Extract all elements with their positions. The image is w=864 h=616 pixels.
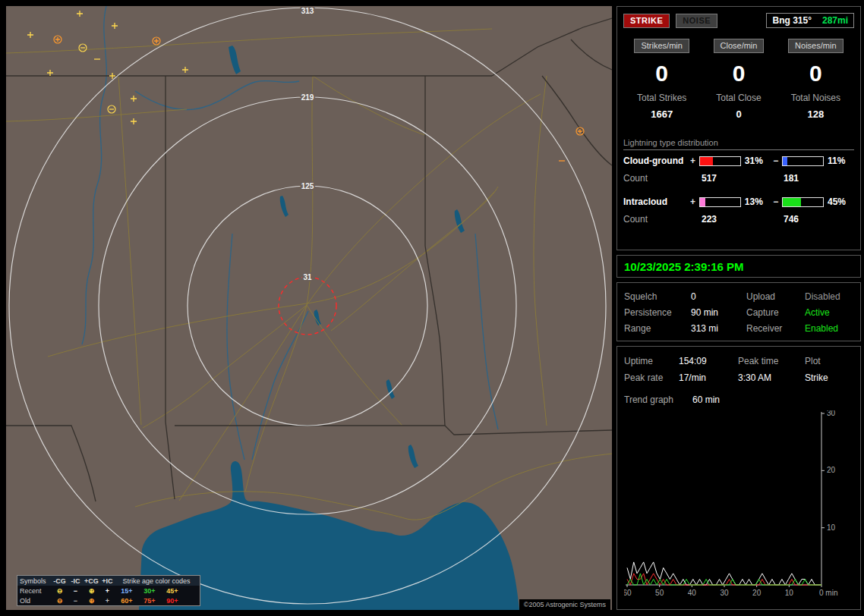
cloud-ground-row: Cloud-ground + 31% − 11%	[623, 152, 854, 170]
pos-ic-icon: +	[99, 587, 115, 595]
datetime-display: 10/23/2025 2:39:16 PM	[616, 255, 861, 278]
legend-col-neg-cg: -CG	[52, 577, 68, 585]
age-45: 45+	[161, 587, 184, 595]
peak-rate-value: 17/min	[679, 372, 738, 383]
noises-per-min-button[interactable]: Noises/min	[788, 39, 843, 53]
stats-grid: Uptime 154:09 Peak time Plot Peak rate 1…	[624, 353, 853, 386]
legend-col-pos-ic: +IC	[99, 577, 115, 585]
map-canvas[interactable]: 313 219 125 31	[6, 6, 612, 610]
ic-minus-count: 746	[784, 214, 799, 225]
cg-plus-count: 517	[702, 173, 755, 184]
stats-box: Uptime 154:09 Peak time Plot Peak rate 1…	[616, 346, 861, 610]
strikes-per-min-value: 0	[655, 62, 668, 85]
cg-minus-pct: 11%	[826, 156, 854, 166]
strike-toggle-button[interactable]: STRIKE	[623, 14, 670, 28]
intracloud-label: Intracloud	[623, 196, 689, 207]
noises-column: Noises/min 0 Total Noises 128	[777, 39, 854, 120]
count-label: Count	[623, 173, 690, 184]
close-per-min-value: 0	[733, 62, 746, 85]
ic-minus-bar	[782, 197, 824, 207]
strikes-per-min-button[interactable]: Strikes/min	[634, 39, 689, 53]
ic-plus-bar	[699, 197, 741, 207]
ic-plus-count: 223	[702, 214, 755, 225]
intracloud-count-row: Count 223 746	[623, 211, 854, 228]
neg-ic-icon-old: −	[68, 597, 84, 605]
plot-label: Plot	[805, 356, 853, 366]
svg-text:10: 10	[827, 523, 836, 532]
age-30: 30+	[138, 587, 161, 595]
legend-symbols-header: Symbols	[20, 577, 52, 585]
copyright-text: ©2005 Astrogenic Systems	[519, 599, 610, 610]
neg-cg-icon: ⊖	[52, 587, 68, 595]
side-panel: STRIKE NOISE Bng 315° 287mi Strikes/min …	[616, 6, 861, 610]
peak-rate-label: Peak rate	[624, 372, 679, 383]
datetime-text: 10/23/2025 2:39:16 PM	[624, 260, 744, 273]
svg-text:60: 60	[624, 589, 632, 597]
minus-sign: −	[771, 196, 780, 207]
legend-old-label: Old	[20, 597, 52, 605]
cg-minus-count: 181	[784, 173, 799, 184]
svg-text:10: 10	[785, 589, 794, 597]
cg-plus-bar	[699, 156, 741, 166]
legend-col-pos-cg: +CG	[84, 577, 99, 585]
count-label: Count	[623, 214, 690, 225]
bearing-display: Bng 315° 287mi	[766, 13, 854, 28]
minus-sign: −	[771, 156, 780, 166]
cg-minus-bar	[782, 156, 824, 166]
lightning-map[interactable]: 313 219 125 31 Symbols -CG -IC +CG +IC S…	[6, 6, 612, 610]
range-label: Range	[624, 323, 691, 334]
squelch-value: 0	[691, 291, 746, 302]
age-75: 75+	[138, 597, 161, 605]
total-strikes-value: 1667	[651, 108, 673, 120]
neg-cg-icon-old: ⊖	[52, 597, 68, 605]
close-per-min-button[interactable]: Close/min	[714, 39, 765, 53]
total-noises-value: 128	[807, 108, 824, 120]
settings-box: Squelch 0 Upload Disabled Persistence 90…	[616, 282, 861, 341]
close-column: Close/min 0 Total Close 0	[700, 39, 777, 120]
receiver-value: Enabled	[805, 323, 853, 334]
plus-sign: +	[689, 196, 698, 207]
age-90: 90+	[161, 597, 184, 605]
peak-time-value: 3:30 AM	[738, 372, 805, 383]
svg-text:30: 30	[827, 410, 836, 417]
plot-value: Strike	[805, 372, 853, 383]
capture-value: Active	[805, 307, 853, 318]
noise-toggle-button[interactable]: NOISE	[676, 14, 717, 28]
status-box: STRIKE NOISE Bng 315° 287mi Strikes/min …	[616, 6, 861, 250]
squelch-label: Squelch	[624, 291, 691, 302]
ring-label-313: 313	[301, 7, 314, 15]
total-close-label: Total Close	[716, 93, 761, 103]
persistence-label: Persistence	[624, 307, 691, 318]
receiver-label: Receiver	[746, 323, 805, 334]
cg-plus-pct: 31%	[743, 156, 771, 166]
trend-graph-row: Trend graph 60 min	[624, 392, 853, 407]
age-60: 60+	[115, 597, 138, 605]
legend-col-neg-ic: -IC	[68, 577, 84, 585]
trend-graph-label: Trend graph	[624, 394, 692, 405]
ring-label-31: 31	[303, 273, 312, 281]
ic-minus-pct: 45%	[826, 196, 854, 207]
ic-plus-pct: 13%	[743, 196, 771, 207]
uptime-label: Uptime	[624, 356, 679, 366]
total-strikes-label: Total Strikes	[637, 93, 686, 103]
rate-counters: Strikes/min 0 Total Strikes 1667 Close/m…	[623, 39, 854, 120]
cloud-ground-label: Cloud-ground	[623, 156, 689, 166]
uptime-value: 154:09	[679, 356, 738, 366]
capture-label: Capture	[746, 307, 805, 318]
svg-text:40: 40	[688, 589, 697, 597]
bearing-distance: 287mi	[822, 15, 848, 26]
pos-ic-icon-old: +	[99, 597, 115, 605]
plus-sign: +	[689, 156, 698, 166]
peak-time-label: Peak time	[738, 356, 805, 366]
ring-label-125: 125	[301, 182, 314, 190]
cloud-ground-count-row: Count 517 181	[623, 170, 854, 187]
upload-value: Disabled	[805, 291, 853, 302]
total-close-value: 0	[736, 108, 741, 120]
pos-cg-icon-old: ⊕	[84, 597, 99, 605]
display-toggles: STRIKE NOISE Bng 315° 287mi	[623, 13, 854, 28]
strikes-column: Strikes/min 0 Total Strikes 1667	[623, 39, 700, 120]
age-15: 15+	[115, 587, 138, 595]
legend-recent-label: Recent	[20, 587, 52, 595]
persistence-value: 90 min	[691, 307, 746, 318]
upload-label: Upload	[746, 291, 805, 302]
